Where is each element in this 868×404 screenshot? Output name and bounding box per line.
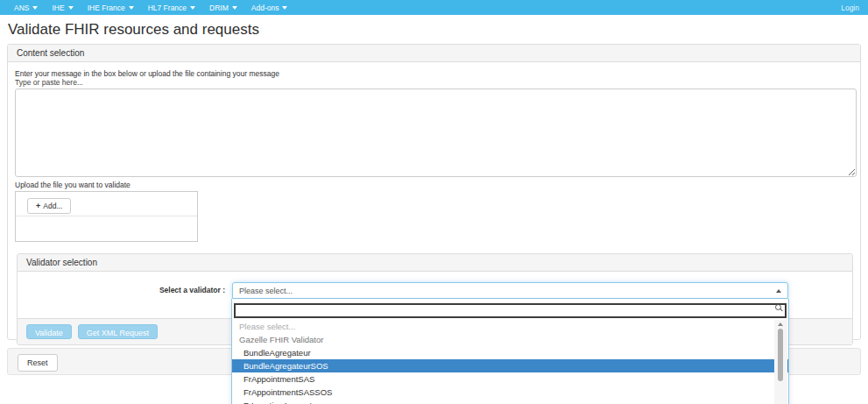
dropdown-option-placeholder[interactable]: Please select... [232, 320, 788, 333]
search-icon [775, 304, 781, 310]
nav-menu-item-drim[interactable]: DRIM [202, 0, 244, 15]
nav-menu-item-label: HL7 France [148, 4, 187, 12]
file-upload-buttonbar: + Add... [16, 192, 197, 216]
validator-select-toggle[interactable]: Please select... [232, 282, 788, 299]
dropdown-option[interactable]: BundleAgregateurSOS [232, 359, 788, 372]
dropdown-option[interactable]: FrAppointmentSASSOS [232, 386, 788, 399]
validator-combobox: Please select... Please select...Gazelle… [232, 282, 788, 299]
nav-menu-item-label: DRIM [209, 4, 229, 12]
chevron-down-icon [32, 6, 38, 10]
message-textarea[interactable] [15, 89, 857, 177]
chevron-down-icon [129, 6, 134, 10]
validate-button[interactable]: Validate [26, 324, 72, 339]
dropdown-option[interactable]: FrAppointmentSAS [232, 372, 788, 386]
nav-menu: ANSIHEIHE FranceHL7 FranceDRIMAdd-ons [0, 0, 294, 15]
validator-selection-panel: Validator selection Select a validator :… [17, 253, 853, 345]
validator-selection-header: Validator selection [18, 254, 852, 272]
scroll-up-icon[interactable] [778, 322, 783, 326]
validator-search-input[interactable] [234, 303, 787, 318]
page: ANSIHEIHE FranceHL7 FranceDRIMAdd-ons Lo… [0, 0, 868, 404]
login-link[interactable]: Login [832, 4, 868, 12]
chevron-up-icon [776, 289, 781, 293]
top-navbar: ANSIHEIHE FranceHL7 FranceDRIMAdd-ons Lo… [0, 0, 868, 15]
page-title: Validate FHIR resources and requests [8, 21, 259, 39]
paste-here-label: Type or paste here... [15, 78, 853, 87]
scrollbar-thumb[interactable] [778, 329, 783, 381]
nav-menu-item-label: ANS [14, 4, 29, 12]
chevron-down-icon [68, 6, 74, 10]
select-validator-label: Select a validator : [25, 282, 232, 299]
add-file-button-label: Add... [43, 202, 62, 210]
file-upload-box: + Add... [15, 191, 198, 242]
validator-dropdown: Please select...Gazelle FHIR ValidatorBu… [231, 299, 789, 404]
content-selection-panel: Content selection Enter your message in … [7, 44, 861, 340]
nav-menu-item-hl7-france[interactable]: HL7 France [141, 0, 202, 15]
nav-menu-item-ans[interactable]: ANS [7, 0, 45, 15]
add-file-button[interactable]: + Add... [27, 198, 71, 214]
nav-menu-item-add-ons[interactable]: Add-ons [244, 0, 295, 15]
content-selection-header: Content selection [8, 45, 860, 62]
chevron-down-icon [232, 6, 237, 10]
dropdown-option[interactable]: FrLocationAgregateur [232, 399, 788, 404]
message-instruction: Enter your message in the box below or u… [15, 69, 853, 78]
chevron-down-icon [282, 6, 287, 10]
reset-button[interactable]: Reset [18, 354, 58, 372]
nav-menu-item-ihe[interactable]: IHE [45, 0, 80, 15]
validator-select-value: Please select... [239, 287, 293, 295]
nav-menu-item-label: Add-ons [251, 4, 279, 12]
content-selection-body: Enter your message in the box below or u… [8, 62, 860, 351]
dropdown-group-label[interactable]: Gazelle FHIR Validator [232, 333, 788, 346]
validator-search [234, 301, 787, 318]
dropdown-option[interactable]: BundleAgregateur [232, 346, 788, 359]
nav-menu-item-ihe-france[interactable]: IHE France [81, 0, 141, 15]
dropdown-scrollbar[interactable] [774, 320, 787, 404]
chevron-down-icon [190, 6, 195, 10]
nav-menu-item-label: IHE [52, 4, 64, 12]
validator-options-list: Please select...Gazelle FHIR ValidatorBu… [232, 320, 788, 404]
validator-selection-body: Select a validator : Please select... [18, 272, 852, 318]
upload-file-label: Upload the file you want to validate [15, 181, 853, 189]
get-xml-request-button[interactable]: Get XML Request [78, 324, 158, 339]
nav-menu-item-label: IHE France [88, 4, 125, 12]
plus-icon: + [36, 202, 40, 209]
